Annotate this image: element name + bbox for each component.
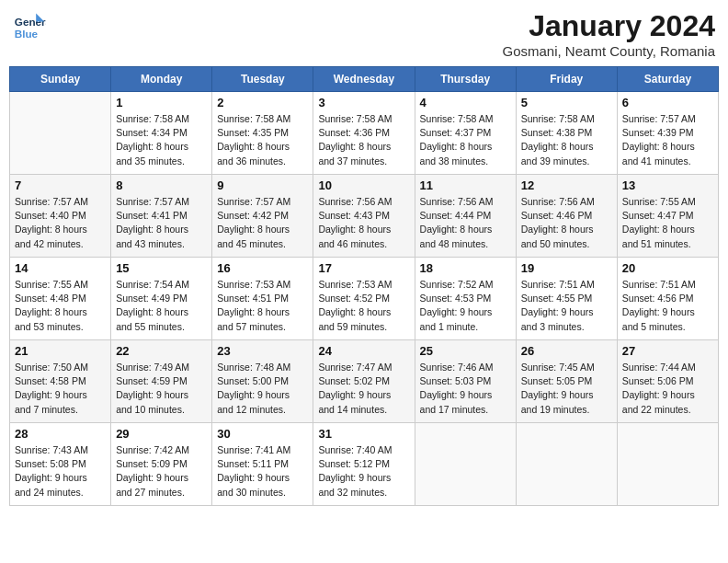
day-cell: 11Sunrise: 7:56 AMSunset: 4:44 PMDayligh… [415,175,516,258]
day-cell: 2Sunrise: 7:58 AMSunset: 4:35 PMDaylight… [212,92,313,175]
day-number: 29 [116,427,207,441]
day-detail: Sunrise: 7:56 AMSunset: 4:44 PMDaylight:… [420,195,511,251]
day-number: 3 [318,96,409,109]
day-detail: Sunrise: 7:57 AMSunset: 4:40 PMDaylight:… [15,195,106,251]
page-header: General Blue January 2024 Gosmani, Neamt… [9,9,719,59]
col-header-tuesday: Tuesday [212,67,313,92]
day-cell: 14Sunrise: 7:55 AMSunset: 4:48 PMDayligh… [10,258,111,340]
day-number: 25 [420,344,511,358]
day-number: 6 [622,96,713,109]
col-header-wednesday: Wednesday [313,67,415,92]
day-number: 5 [521,96,612,109]
day-detail: Sunrise: 7:51 AMSunset: 4:55 PMDaylight:… [521,278,612,334]
day-number: 17 [318,261,409,275]
day-cell: 3Sunrise: 7:58 AMSunset: 4:36 PMDaylight… [313,92,415,175]
logo-icon: General Blue [13,9,46,42]
day-detail: Sunrise: 7:58 AMSunset: 4:36 PMDaylight:… [318,112,409,168]
day-number: 9 [217,178,308,192]
col-header-sunday: Sunday [10,67,111,92]
day-number: 1 [116,96,207,109]
day-detail: Sunrise: 7:58 AMSunset: 4:38 PMDaylight:… [521,112,612,168]
day-number: 10 [318,178,409,192]
day-number: 28 [15,427,106,441]
day-number: 21 [15,344,106,358]
day-detail: Sunrise: 7:50 AMSunset: 4:58 PMDaylight:… [15,361,106,417]
day-detail: Sunrise: 7:55 AMSunset: 4:48 PMDaylight:… [15,278,106,334]
day-cell: 10Sunrise: 7:56 AMSunset: 4:43 PMDayligh… [313,175,415,258]
day-cell: 8Sunrise: 7:57 AMSunset: 4:41 PMDaylight… [111,175,212,258]
day-cell: 28Sunrise: 7:43 AMSunset: 5:08 PMDayligh… [10,423,111,506]
col-header-saturday: Saturday [617,67,718,92]
day-cell [10,92,111,175]
week-row-1: 1Sunrise: 7:58 AMSunset: 4:34 PMDaylight… [10,92,719,175]
day-cell: 17Sunrise: 7:53 AMSunset: 4:52 PMDayligh… [313,258,415,340]
day-detail: Sunrise: 7:54 AMSunset: 4:49 PMDaylight:… [116,278,207,334]
day-number: 13 [622,178,713,192]
day-number: 20 [622,261,713,275]
day-number: 31 [318,427,409,441]
header-row: SundayMondayTuesdayWednesdayThursdayFrid… [10,67,719,92]
day-detail: Sunrise: 7:51 AMSunset: 4:56 PMDaylight:… [622,278,713,334]
day-detail: Sunrise: 7:52 AMSunset: 4:53 PMDaylight:… [420,278,511,334]
day-cell: 6Sunrise: 7:57 AMSunset: 4:39 PMDaylight… [617,92,718,175]
week-row-5: 28Sunrise: 7:43 AMSunset: 5:08 PMDayligh… [10,423,719,506]
calendar-title: January 2024 [503,9,715,43]
day-cell: 5Sunrise: 7:58 AMSunset: 4:38 PMDaylight… [516,92,617,175]
day-cell: 21Sunrise: 7:50 AMSunset: 4:58 PMDayligh… [10,340,111,423]
day-detail: Sunrise: 7:57 AMSunset: 4:42 PMDaylight:… [217,195,308,251]
day-number: 30 [217,427,308,441]
day-cell: 26Sunrise: 7:45 AMSunset: 5:05 PMDayligh… [516,340,617,423]
day-detail: Sunrise: 7:58 AMSunset: 4:35 PMDaylight:… [217,112,308,168]
day-detail: Sunrise: 7:57 AMSunset: 4:41 PMDaylight:… [116,195,207,251]
day-cell: 24Sunrise: 7:47 AMSunset: 5:02 PMDayligh… [313,340,415,423]
day-detail: Sunrise: 7:53 AMSunset: 4:52 PMDaylight:… [318,278,409,334]
day-cell: 30Sunrise: 7:41 AMSunset: 5:11 PMDayligh… [212,423,313,506]
day-detail: Sunrise: 7:48 AMSunset: 5:00 PMDaylight:… [217,361,308,417]
day-detail: Sunrise: 7:55 AMSunset: 4:47 PMDaylight:… [622,195,713,251]
day-detail: Sunrise: 7:56 AMSunset: 4:43 PMDaylight:… [318,195,409,251]
logo: General Blue [13,9,46,42]
day-detail: Sunrise: 7:42 AMSunset: 5:09 PMDaylight:… [116,443,207,500]
day-number: 23 [217,344,308,358]
col-header-thursday: Thursday [415,67,516,92]
day-detail: Sunrise: 7:41 AMSunset: 5:11 PMDaylight:… [217,443,308,500]
week-row-2: 7Sunrise: 7:57 AMSunset: 4:40 PMDaylight… [10,175,719,258]
day-detail: Sunrise: 7:43 AMSunset: 5:08 PMDaylight:… [15,443,106,500]
day-cell: 29Sunrise: 7:42 AMSunset: 5:09 PMDayligh… [111,423,212,506]
day-number: 22 [116,344,207,358]
day-number: 19 [521,261,612,275]
day-detail: Sunrise: 7:47 AMSunset: 5:02 PMDaylight:… [318,361,409,417]
week-row-3: 14Sunrise: 7:55 AMSunset: 4:48 PMDayligh… [10,258,719,340]
day-detail: Sunrise: 7:44 AMSunset: 5:06 PMDaylight:… [622,361,713,417]
day-detail: Sunrise: 7:58 AMSunset: 4:34 PMDaylight:… [116,112,207,168]
day-cell: 23Sunrise: 7:48 AMSunset: 5:00 PMDayligh… [212,340,313,423]
calendar-subtitle: Gosmani, Neamt County, Romania [503,43,715,59]
svg-text:Blue: Blue [15,28,39,40]
day-number: 12 [521,178,612,192]
day-cell: 16Sunrise: 7:53 AMSunset: 4:51 PMDayligh… [212,258,313,340]
day-cell: 4Sunrise: 7:58 AMSunset: 4:37 PMDaylight… [415,92,516,175]
day-number: 16 [217,261,308,275]
calendar-table: SundayMondayTuesdayWednesdayThursdayFrid… [9,66,719,506]
day-detail: Sunrise: 7:53 AMSunset: 4:51 PMDaylight:… [217,278,308,334]
day-cell: 31Sunrise: 7:40 AMSunset: 5:12 PMDayligh… [313,423,415,506]
day-number: 2 [217,96,308,109]
day-cell: 18Sunrise: 7:52 AMSunset: 4:53 PMDayligh… [415,258,516,340]
day-detail: Sunrise: 7:56 AMSunset: 4:46 PMDaylight:… [521,195,612,251]
day-detail: Sunrise: 7:40 AMSunset: 5:12 PMDaylight:… [318,443,409,500]
col-header-monday: Monday [111,67,212,92]
day-detail: Sunrise: 7:49 AMSunset: 4:59 PMDaylight:… [116,361,207,417]
day-number: 14 [15,261,106,275]
day-detail: Sunrise: 7:46 AMSunset: 5:03 PMDaylight:… [420,361,511,417]
day-cell: 12Sunrise: 7:56 AMSunset: 4:46 PMDayligh… [516,175,617,258]
day-cell: 19Sunrise: 7:51 AMSunset: 4:55 PMDayligh… [516,258,617,340]
week-row-4: 21Sunrise: 7:50 AMSunset: 4:58 PMDayligh… [10,340,719,423]
day-number: 26 [521,344,612,358]
title-block: January 2024 Gosmani, Neamt County, Roma… [503,9,715,59]
day-cell: 13Sunrise: 7:55 AMSunset: 4:47 PMDayligh… [617,175,718,258]
day-detail: Sunrise: 7:58 AMSunset: 4:37 PMDaylight:… [420,112,511,168]
day-cell [516,423,617,506]
day-number: 18 [420,261,511,275]
day-detail: Sunrise: 7:45 AMSunset: 5:05 PMDaylight:… [521,361,612,417]
day-number: 24 [318,344,409,358]
